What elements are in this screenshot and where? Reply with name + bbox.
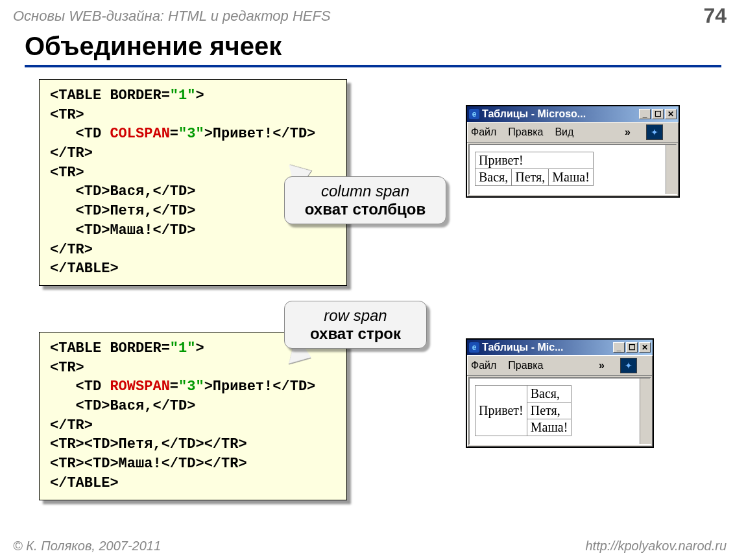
maximize-button[interactable]: ☐ [626, 342, 638, 353]
result-table: Привет! Вася, Петя, Маша! [475, 385, 572, 436]
menu-file[interactable]: Файл [471, 126, 496, 138]
close-button[interactable]: ✕ [665, 109, 677, 119]
cell: Привет! [475, 152, 594, 169]
menu-file[interactable]: Файл [471, 360, 496, 371]
cell: Маша! [527, 419, 572, 436]
page-number: 74 [703, 4, 727, 28]
cell: Вася, [527, 386, 572, 402]
menu-view[interactable]: Вид [555, 126, 573, 138]
course-title: Основы WEB-дизайна: HTML и редактор HEFS [13, 8, 331, 25]
menu-more-icon[interactable]: » [599, 360, 605, 371]
callout-line1: column span [321, 182, 409, 200]
cell: Маша! [549, 169, 594, 186]
ie-icon: e [469, 109, 479, 119]
callout-rowspan: row span охват строк [284, 301, 427, 349]
callout-line2: охват столбцов [305, 200, 426, 218]
browser-window-rowspan: e Таблицы - Mic... _ ☐ ✕ Файл Правка » ✦… [466, 338, 654, 448]
slide-title: Объединение ячеек [25, 32, 721, 67]
menu-edit[interactable]: Правка [508, 126, 543, 138]
result-table: Привет! Вася, Петя, Маша! [475, 152, 594, 186]
window-title: Таблицы - Mic... [482, 342, 612, 353]
close-button[interactable]: ✕ [639, 342, 651, 353]
throbber-icon: ✦ [620, 358, 637, 373]
callout-line2: охват строк [310, 325, 401, 342]
scrollbar[interactable] [640, 379, 651, 444]
callout-line1: row span [324, 307, 387, 324]
ie-icon: e [469, 342, 479, 353]
minimize-button[interactable]: _ [639, 109, 651, 119]
cell: Петя, [512, 169, 549, 186]
footer-url: http://kpolyakov.narod.ru [585, 539, 727, 554]
copyright: © К. Поляков, 2007-2011 [13, 539, 161, 554]
minimize-button[interactable]: _ [613, 342, 625, 353]
browser-window-colspan: e Таблицы - Microso... _ ☐ ✕ Файл Правка… [466, 105, 680, 198]
callout-colspan: column span охват столбцов [284, 176, 446, 224]
window-title: Таблицы - Microso... [482, 108, 638, 120]
maximize-button[interactable]: ☐ [652, 109, 664, 119]
menu-more-icon[interactable]: » [625, 126, 631, 138]
throbber-icon: ✦ [646, 124, 663, 140]
cell: Привет! [475, 386, 527, 436]
menu-edit[interactable]: Правка [508, 360, 543, 371]
cell: Петя, [527, 402, 572, 419]
scrollbar[interactable] [666, 145, 677, 194]
cell: Вася, [475, 169, 512, 186]
